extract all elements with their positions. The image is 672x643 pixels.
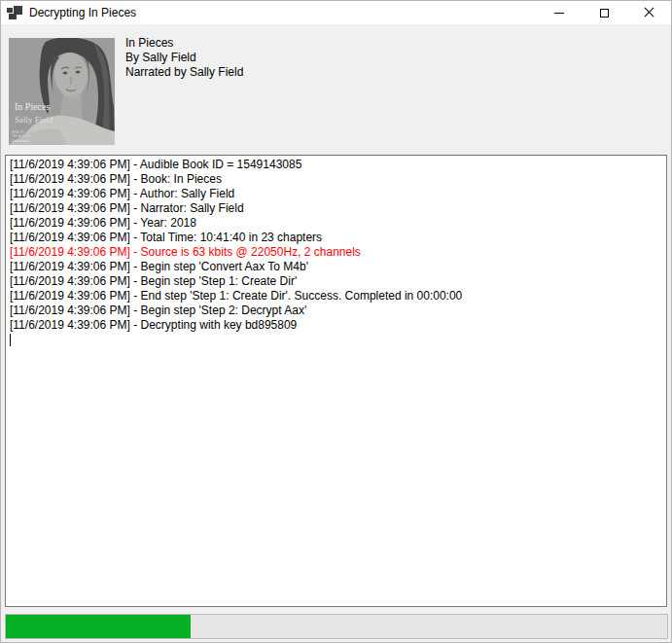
progress-bar-fill (6, 615, 191, 638)
log-line-5: [11/6/2019 4:39:06 PM] - Total Time: 10:… (10, 231, 662, 245)
log-line-4: [11/6/2019 4:39:06 PM] - Year: 2018 (10, 216, 662, 231)
cover-author-text: Sally Field (15, 115, 53, 125)
cover-readby-line2: THE AUTHOR (12, 134, 31, 138)
close-button[interactable] (626, 1, 671, 24)
log-line-10: [11/6/2019 4:39:06 PM] - Begin step 'Ste… (10, 304, 662, 318)
log-textbox[interactable]: [11/6/2019 4:39:06 PM] - Audible Book ID… (5, 155, 667, 607)
caret-line (10, 333, 662, 347)
close-icon (644, 8, 654, 18)
maximize-button[interactable] (582, 1, 626, 24)
cover-art: In Pieces Sally Field READ BY THE AUTHOR… (9, 38, 115, 145)
log-line-0: [11/6/2019 4:39:06 PM] - Audible Book ID… (10, 158, 662, 172)
app-icon (7, 6, 22, 19)
minimize-button[interactable] (537, 1, 582, 24)
book-title: In Pieces (125, 36, 243, 51)
minimize-icon (554, 13, 564, 14)
book-cover-image: In Pieces Sally Field READ BY THE AUTHOR… (9, 38, 115, 145)
log-line-6: [11/6/2019 4:39:06 PM] - Source is 63 kb… (10, 245, 662, 260)
title-bar[interactable]: Decrypting In Pieces (1, 1, 671, 24)
log-line-3: [11/6/2019 4:39:06 PM] - Narrator: Sally… (10, 201, 662, 216)
log-area: [11/6/2019 4:39:06 PM] - Audible Book ID… (10, 158, 662, 333)
progress-bar (5, 614, 668, 639)
text-caret (10, 334, 11, 346)
cover-edition-text: Unabridged (12, 139, 29, 143)
maximize-icon (600, 9, 609, 18)
caption-buttons (537, 1, 671, 24)
log-line-8: [11/6/2019 4:39:06 PM] - Begin step 'Ste… (10, 274, 662, 289)
window-title: Decrypting In Pieces (29, 6, 136, 19)
book-info: In Pieces By Sally Field Narrated by Sal… (125, 36, 243, 80)
app-window: Decrypting In Pieces (0, 0, 672, 643)
cover-title-text: In Pieces (15, 101, 50, 112)
log-line-7: [11/6/2019 4:39:06 PM] - Begin step 'Con… (10, 260, 662, 274)
book-author: By Sally Field (125, 51, 243, 65)
log-line-1: [11/6/2019 4:39:06 PM] - Book: In Pieces (10, 172, 662, 187)
log-line-9: [11/6/2019 4:39:06 PM] - End step 'Step … (10, 289, 662, 304)
book-narrator: Narrated by Sally Field (125, 65, 243, 80)
log-line-2: [11/6/2019 4:39:06 PM] - Author: Sally F… (10, 187, 662, 201)
log-line-11: [11/6/2019 4:39:06 PM] - Decrypting with… (10, 318, 662, 333)
